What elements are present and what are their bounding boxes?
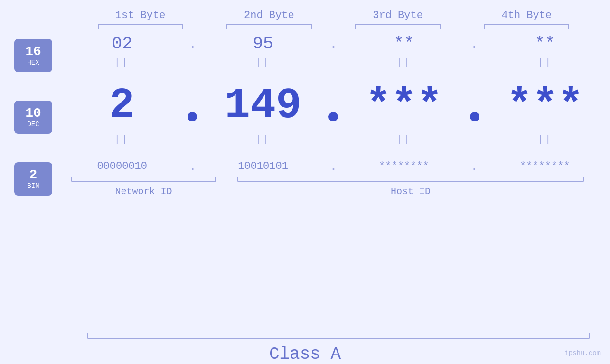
network-bracket bbox=[71, 177, 216, 182]
main-container: 1st Byte 2nd Byte 3rd Byte 4th Byte 16 H… bbox=[0, 0, 610, 364]
dec-b3-value: *** bbox=[366, 82, 442, 130]
sep1-b1: || bbox=[75, 57, 169, 68]
dec-dot-1 bbox=[188, 112, 197, 121]
bracket-4 bbox=[484, 24, 569, 29]
bin-byte-3: ******** bbox=[357, 160, 451, 172]
sep2-b3: || bbox=[357, 134, 451, 145]
dec-b1-value: 2 bbox=[109, 82, 135, 130]
hex-dot-3: . bbox=[470, 36, 479, 52]
bin-row: 00000010 . 10010101 . ******** . *******… bbox=[66, 158, 601, 174]
hex-b1-value: 02 bbox=[112, 34, 132, 54]
network-id-label: Network ID bbox=[115, 186, 172, 197]
dec-badge: 10 DEC bbox=[14, 101, 52, 134]
hex-name: HEX bbox=[27, 59, 39, 66]
byte-3-label: 3rd Byte bbox=[350, 9, 445, 21]
dec-byte-1: 2 bbox=[75, 82, 169, 130]
hex-b2-value: 95 bbox=[253, 34, 273, 54]
bin-b2-value: 10010101 bbox=[238, 160, 288, 172]
bracket-3 bbox=[355, 24, 441, 29]
watermark: ipshu.com bbox=[564, 349, 601, 357]
dec-number: 10 bbox=[25, 106, 41, 121]
sep1-b4: || bbox=[497, 57, 592, 68]
dec-dot-2 bbox=[328, 112, 338, 121]
dec-dot-3 bbox=[470, 112, 479, 121]
top-brackets bbox=[0, 24, 610, 29]
host-id-inner: Host ID bbox=[221, 177, 601, 197]
dec-b4-value: *** bbox=[507, 82, 583, 130]
host-id-block: Host ID bbox=[216, 177, 601, 197]
byte-1-label: 1st Byte bbox=[93, 9, 188, 21]
separator-1: || || || || bbox=[66, 57, 601, 68]
bin-dot-2: . bbox=[329, 158, 338, 174]
bin-b3-value: ******** bbox=[379, 160, 429, 172]
sep1-b3: || bbox=[357, 57, 451, 68]
host-bracket bbox=[237, 177, 584, 182]
bin-badge: 2 BIN bbox=[14, 162, 52, 196]
bottom-section: Class A bbox=[0, 333, 610, 364]
dec-byte-3: *** bbox=[357, 82, 451, 130]
network-id-block: Network ID bbox=[71, 177, 216, 197]
bin-dot-1: . bbox=[188, 158, 197, 174]
dec-b2-value: 149 bbox=[225, 82, 301, 130]
hex-b4-value: ** bbox=[535, 34, 555, 54]
id-brackets-area: Network ID Host ID bbox=[66, 177, 601, 197]
sep2-b2: || bbox=[216, 134, 310, 145]
class-a-label: Class A bbox=[269, 345, 341, 364]
bracket-2 bbox=[226, 24, 312, 29]
content-area: 16 HEX 10 DEC 2 BIN 02 . 95 bbox=[0, 34, 610, 324]
hex-b3-value: ** bbox=[394, 34, 414, 54]
sep2-b1: || bbox=[75, 134, 169, 145]
hex-number: 16 bbox=[25, 45, 41, 59]
dec-byte-4: *** bbox=[497, 82, 592, 130]
bin-b1-value: 00000010 bbox=[97, 160, 147, 172]
bracket-1 bbox=[98, 24, 183, 29]
hex-badge: 16 HEX bbox=[14, 39, 52, 72]
hex-byte-2: 95 bbox=[216, 34, 310, 54]
byte-headers: 1st Byte 2nd Byte 3rd Byte 4th Byte bbox=[0, 9, 610, 21]
class-bracket bbox=[87, 333, 590, 339]
dec-byte-2: 149 bbox=[216, 82, 310, 130]
hex-byte-1: 02 bbox=[75, 34, 169, 54]
hex-byte-3: ** bbox=[357, 34, 451, 54]
bin-number: 2 bbox=[29, 168, 38, 183]
bin-byte-1: 00000010 bbox=[75, 160, 169, 172]
sep1-b2: || bbox=[216, 57, 310, 68]
bin-b4-value: ******** bbox=[520, 160, 570, 172]
bin-name: BIN bbox=[27, 183, 39, 190]
dec-name: DEC bbox=[27, 121, 39, 128]
separator-2: || || || || bbox=[66, 134, 601, 145]
hex-row: 02 . 95 . ** . ** bbox=[66, 34, 601, 54]
bin-byte-4: ******** bbox=[497, 160, 592, 172]
dec-row: 2 149 *** *** bbox=[66, 82, 601, 130]
hex-dot-1: . bbox=[188, 36, 197, 52]
bin-dot-3: . bbox=[470, 158, 479, 174]
data-section: 02 . 95 . ** . ** || || bbox=[66, 34, 601, 324]
hex-byte-4: ** bbox=[497, 34, 592, 54]
base-labels: 16 HEX 10 DEC 2 BIN bbox=[14, 39, 52, 324]
bin-byte-2: 10010101 bbox=[216, 160, 310, 172]
byte-4-label: 4th Byte bbox=[479, 9, 574, 21]
hex-dot-2: . bbox=[329, 36, 338, 52]
byte-2-label: 2nd Byte bbox=[222, 9, 317, 21]
sep2-b4: || bbox=[497, 134, 592, 145]
host-id-label: Host ID bbox=[391, 186, 431, 197]
